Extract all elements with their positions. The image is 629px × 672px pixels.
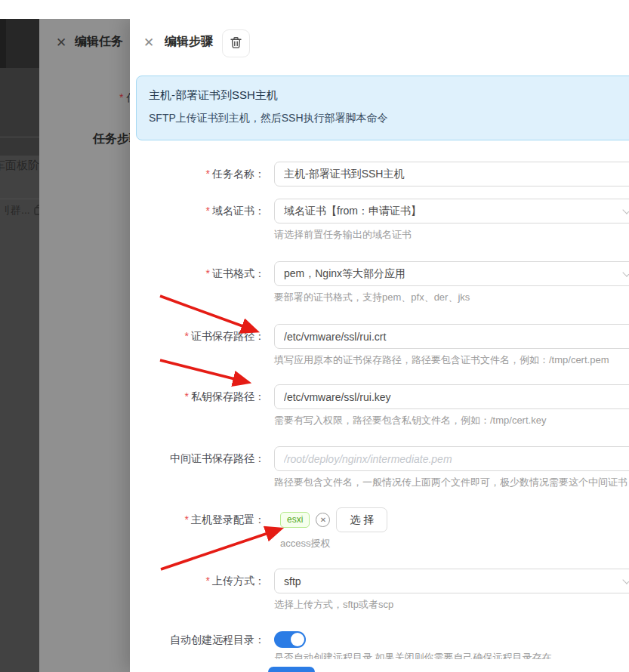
field-help: 是否自动创建远程目录,如果关闭则你需要自己确保远程目录存在 (274, 651, 629, 659)
required-mark: * (206, 267, 210, 279)
top-strip (0, 0, 629, 19)
form-row-domain-cert: *域名证书： 域名证书【from：申请证书】 请选择前置任务输出的域名证书 (136, 199, 629, 242)
required-mark: * (185, 513, 189, 526)
remove-access-icon[interactable]: ✕ (316, 513, 330, 527)
field-label: 中间证书保存路径： (136, 446, 268, 470)
field-label: *主机登录配置： (136, 507, 268, 532)
required-mark: * (206, 205, 210, 217)
field-help: 填写应用原本的证书保存路径，路径要包含证书文件名，例如：/tmp/cert.pe… (274, 353, 629, 367)
background-panel (0, 68, 39, 156)
close-icon[interactable]: ✕ (143, 35, 154, 51)
form-row-key-path: *私钥保存路径： 需要有写入权限，路径要包含私钥文件名，例如：/tmp/cert… (136, 384, 629, 427)
field-label: 自动创建远程目录： (136, 631, 268, 649)
key-path-input[interactable] (274, 384, 629, 409)
cert-path-input[interactable] (274, 324, 629, 349)
choose-access-button[interactable]: 选 择 (336, 507, 387, 532)
form-row-cert-path: *证书保存路径： 填写应用原本的证书保存路径，路径要包含证书文件名，例如：/tm… (136, 324, 629, 367)
selected-value: pem，Nginx等大部分应用 (284, 267, 405, 281)
delete-step-button[interactable] (222, 29, 250, 57)
background-page-column: 车面板阶 刂群... (0, 19, 39, 672)
domain-cert-select[interactable]: 域名证书【from：申请证书】 (274, 199, 629, 223)
field-help: 选择上传方式，sftp或者scp (274, 598, 629, 612)
trash-icon (230, 36, 242, 51)
required-mark: * (185, 330, 189, 342)
field-label: *上传方式： (136, 569, 268, 593)
intermediate-cert-path-input[interactable] (274, 446, 629, 471)
auto-mkdir-toggle[interactable] (274, 631, 306, 648)
close-icon[interactable]: ✕ (56, 35, 66, 51)
alert-title: 主机-部署证书到SSH主机 (149, 88, 629, 103)
form-row-upload-method: *上传方式： sftp 选择上传方式，sftp或者scp (136, 569, 629, 612)
drawer-edit-step: ✕ 编辑步骤 主机-部署证书到SSH主机 SFTP上传证书到主机，然后SSH执行… (130, 19, 629, 672)
field-help: 需要有写入权限，路径要包含私钥文件名，例如：/tmp/cert.key (274, 414, 629, 427)
background-text-fragment: 车面板阶 (0, 159, 39, 173)
alert-description: SFTP上传证书到主机，然后SSH执行部署脚本命令 (149, 112, 629, 125)
cert-format-select[interactable]: pem，Nginx等大部分应用 (274, 261, 629, 286)
field-label: *证书保存路径： (136, 324, 268, 348)
chevron-down-icon (622, 205, 629, 214)
chevron-down-icon (622, 268, 629, 276)
required-mark: * (119, 91, 123, 103)
form-row-intermediate-cert-path: 中间证书保存路径： 路径要包含文件名，一般情况传上面两个文件即可，极少数情况需要… (136, 446, 629, 489)
selected-value: 域名证书【from：申请证书】 (284, 205, 421, 218)
required-mark: * (206, 168, 210, 180)
required-mark: * (185, 390, 189, 402)
background-list-item: 刂群... (0, 204, 39, 217)
field-help: access授权 (274, 537, 629, 550)
divider (0, 137, 39, 137)
confirm-button-partial[interactable] (268, 667, 315, 672)
drawer-edit-task-title: 编辑任务 (75, 34, 123, 50)
app-root: 车面板阶 刂群... ✕ 编辑任务 *任务名称： 任务步骤： ✕ 编辑步骤 (0, 0, 629, 672)
task-name-input[interactable] (274, 162, 629, 186)
field-label: *私钥保存路径： (136, 384, 268, 408)
upload-method-select[interactable]: sftp (274, 569, 629, 593)
selected-value: sftp (284, 575, 301, 587)
drawer-edit-step-title: 编辑步骤 (165, 34, 213, 50)
access-tag[interactable]: esxi (280, 512, 310, 528)
field-label: *任务名称： (136, 162, 268, 186)
form-row-cert-format: *证书格式： pem，Nginx等大部分应用 要部署的证书格式，支持pem、pf… (136, 261, 629, 304)
divider (0, 199, 39, 199)
copy-icon[interactable] (34, 205, 39, 217)
form-row-host-access: *主机登录配置： esxi ✕ 选 择 access授权 (136, 507, 629, 550)
background-text-fragment: 刂群... (0, 204, 30, 217)
toggle-knob (291, 633, 304, 646)
form-row-task-name: *任务名称： (136, 162, 629, 186)
required-mark: * (206, 575, 210, 587)
field-label: *证书格式： (136, 261, 268, 285)
plugin-info-alert: 主机-部署证书到SSH主机 SFTP上传证书到主机，然后SSH执行部署脚本命令 (136, 76, 629, 140)
field-help: 路径要包含文件名，一般情况传上面两个文件即可，极少数情况需要这个中间证书 (274, 476, 629, 489)
chevron-down-icon (622, 575, 629, 584)
form-row-auto-mkdir: 自动创建远程目录： 是否自动创建远程目录,如果关闭则你需要自己确保远程目录存在 (136, 631, 629, 659)
field-help: 请选择前置任务输出的域名证书 (274, 228, 629, 242)
field-label: *域名证书： (136, 199, 268, 223)
field-help: 要部署的证书格式，支持pem、pfx、der、jks (274, 291, 629, 304)
